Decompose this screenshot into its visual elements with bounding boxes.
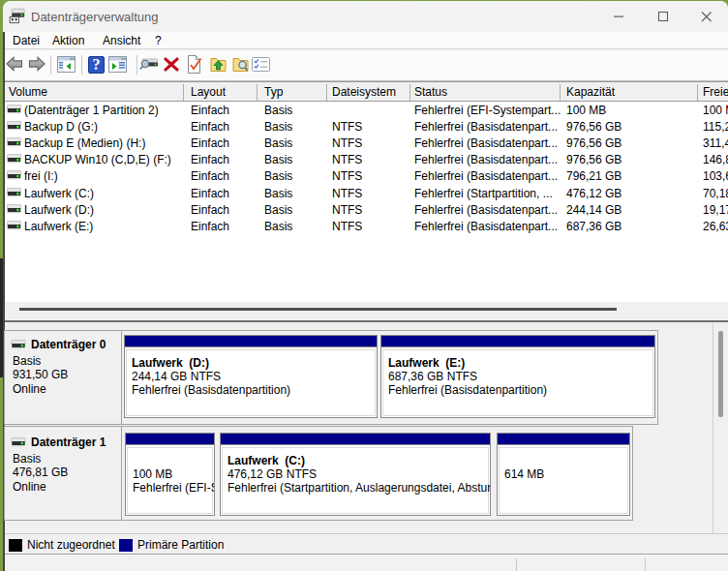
svg-text:?: ? [92, 56, 100, 73]
